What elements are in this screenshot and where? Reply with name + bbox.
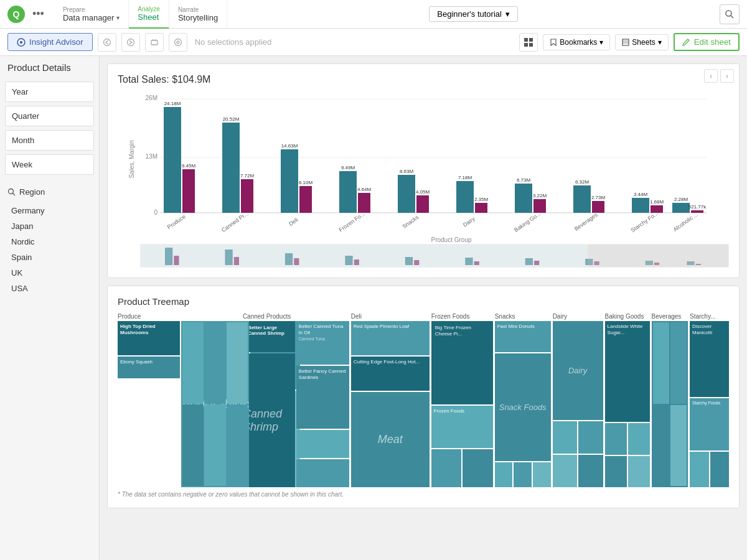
treemap-beverages[interactable] — [652, 321, 688, 487]
filter-week[interactable]: Week — [5, 154, 94, 175]
filter-quarter[interactable]: Quarter — [5, 106, 94, 126]
treemap-section-frozen: Frozen Foods Big Time Frozen Cheese Pi..… — [431, 313, 493, 487]
beverages-label: Beverages — [652, 313, 688, 320]
svg-rect-72 — [672, 203, 690, 213]
svg-text:6.10M: 6.10M — [299, 180, 313, 185]
region-nordic[interactable]: Nordic — [5, 234, 94, 250]
top-nav: Q ••• Prepare Data manager ▾ Analyze She… — [0, 0, 747, 29]
region-germany[interactable]: Germany — [5, 203, 94, 218]
region-spain[interactable]: Spain — [5, 250, 94, 265]
bar-chart-card: Total Sales: $104.9M Sales, Margin 26M 1… — [107, 63, 740, 278]
treemap-meat[interactable]: Meat — [351, 392, 430, 487]
svg-text:20.52M: 20.52M — [223, 116, 240, 122]
treemap-high-top[interactable]: High Top Dried Mushrooms — [118, 321, 180, 355]
svg-rect-48 — [416, 195, 429, 213]
svg-rect-67 — [632, 198, 649, 213]
nav-analyze[interactable]: Analyze Sheet — [129, 0, 169, 29]
dairy-label: Dairy — [553, 313, 603, 320]
treemap-better-large-canned[interactable]: Better Large Canned Shrimp — [243, 321, 295, 352]
svg-text:Canned Pr...: Canned Pr... — [220, 210, 250, 233]
region-japan[interactable]: Japan — [5, 218, 94, 234]
svg-point-0 — [726, 11, 731, 16]
treemap-big-time-frozen[interactable]: Big Time Frozen Cheese Pi... — [431, 321, 493, 404]
treemap-frozen-foods[interactable]: Frozen Foods — [431, 406, 493, 449]
selections-view-button[interactable] — [169, 33, 187, 52]
nav-narrate[interactable]: Narrate Storytelling — [169, 0, 227, 29]
treemap-vegetables[interactable]: Vegetables — [181, 321, 249, 487]
left-panel: Product Details Year Quarter Month Week … — [0, 56, 100, 560]
treemap-fast-mini-donuts[interactable]: Fast Mini Donuts — [495, 321, 551, 352]
bookmarks-button[interactable]: Bookmarks ▾ — [543, 34, 610, 50]
selection-back-button[interactable] — [98, 33, 116, 52]
sheets-button[interactable]: Sheets ▾ — [615, 34, 668, 50]
produce-label: Produce — [118, 313, 241, 320]
svg-text:Snacks: Snacks — [401, 214, 420, 230]
svg-text:9.45M: 9.45M — [182, 163, 196, 169]
svg-rect-28 — [182, 169, 195, 213]
svg-rect-47 — [398, 175, 415, 213]
bar-chart-title: Total Sales: $104.9M — [118, 74, 729, 85]
edit-sheet-button[interactable]: Edit sheet — [674, 33, 740, 51]
svg-rect-57 — [515, 184, 532, 213]
region-uk[interactable]: UK — [5, 265, 94, 281]
treemap-starchy-foods[interactable]: Starchy Foods — [690, 398, 729, 450]
selection-forward-icon — [126, 38, 135, 47]
sheets-icon — [622, 39, 629, 46]
region-usa[interactable]: USA — [5, 281, 94, 296]
tutorial-button[interactable]: Beginner's tutorial ▾ — [429, 6, 518, 22]
treemap-ebony-squash[interactable]: Ebony Squash — [118, 357, 180, 378]
svg-text:7.18M: 7.18M — [458, 175, 472, 180]
region-section: Region Germany Japan Nordic Spain UK USA — [5, 187, 94, 296]
treemap-landslide[interactable]: Landslide White Sugar... — [605, 321, 650, 422]
treemap-snack-foods[interactable]: Snack Foods — [495, 353, 551, 461]
treemap-canned-shrimp-big[interactable]: Canned Shrimp — [243, 353, 295, 487]
svg-line-1 — [731, 16, 733, 18]
prepare-dropdown-arrow: ▾ — [116, 14, 120, 21]
svg-rect-43 — [358, 193, 370, 213]
insight-advisor-button[interactable]: Insight Advisor — [7, 33, 93, 51]
region-header: Region — [5, 187, 94, 197]
nav-dots-menu[interactable]: ••• — [32, 7, 44, 21]
svg-text:9.49M: 9.49M — [341, 165, 355, 170]
sheets-dropdown-arrow: ▾ — [658, 38, 662, 47]
frozen-label: Frozen Foods — [431, 313, 493, 320]
svg-text:8.63M: 8.63M — [400, 169, 414, 174]
treemap-red-spade[interactable]: Red Spade Pimento Loaf — [351, 321, 430, 355]
nav-prepare[interactable]: Prepare Data manager ▾ — [54, 0, 129, 29]
edit-icon — [682, 38, 690, 46]
bookmarks-icon — [550, 39, 557, 46]
svg-rect-99 — [588, 245, 728, 268]
treemap-card: Product Treemap Produce High Top Dried M… — [107, 286, 740, 508]
treemap-section-dairy: Dairy Dairy — [553, 313, 603, 487]
grid-view-button[interactable] — [519, 33, 538, 52]
treemap-dairy[interactable]: Dairy — [553, 321, 603, 420]
filter-year[interactable]: Year — [5, 82, 94, 102]
treemap-title: Product Treemap — [118, 296, 729, 307]
selection-forward-button[interactable] — [121, 33, 140, 52]
selection-back-icon — [103, 38, 111, 47]
treemap-better-canned-tuna[interactable]: Better Canned Tuna in Oil Canned Tuna — [296, 321, 349, 365]
baking-label: Baking Goods — [605, 313, 650, 320]
svg-text:6.32M: 6.32M — [575, 179, 590, 185]
svg-rect-33 — [241, 179, 253, 213]
svg-rect-32 — [222, 123, 240, 213]
svg-rect-13 — [524, 43, 528, 47]
svg-rect-27 — [164, 107, 181, 213]
treemap-cutting-edge[interactable]: Cutting Edge Foot-Long Hot... — [351, 357, 430, 391]
clear-selections-button[interactable] — [145, 33, 164, 52]
search-button[interactable] — [720, 4, 740, 24]
toolbar-right: Bookmarks ▾ Sheets ▾ Edit sheet — [519, 33, 740, 52]
treemap-discover-manicotti[interactable]: Discover Manicotti — [690, 321, 729, 397]
svg-text:0: 0 — [154, 209, 157, 216]
bookmarks-dropdown-arrow: ▾ — [599, 38, 603, 47]
chart-prev-button[interactable]: ‹ — [704, 69, 718, 83]
tutorial-dropdown-icon: ▾ — [505, 9, 510, 19]
filter-month[interactable]: Month — [5, 130, 94, 151]
svg-text:24.18M: 24.18M — [164, 101, 181, 106]
svg-point-18 — [9, 189, 14, 194]
chart-next-button[interactable]: › — [720, 69, 734, 83]
svg-point-4 — [103, 39, 110, 45]
qlik-logo-icon[interactable]: Q — [7, 6, 25, 23]
treemap-better-fancy[interactable]: Better Fancy Canned Sardines — [296, 366, 349, 429]
svg-text:Dairy: Dairy — [462, 215, 476, 228]
